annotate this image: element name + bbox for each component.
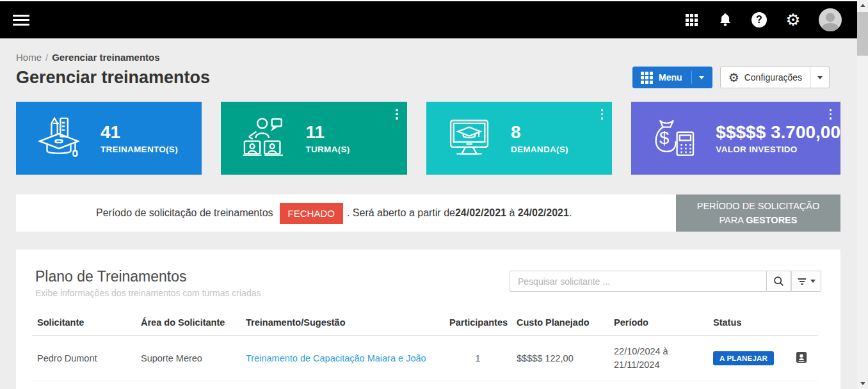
col-header-actions [785,311,818,336]
col-header-treinamento: Treinamento/Sugestão [241,311,444,336]
card-valor-kebab-icon[interactable] [828,107,833,121]
chevron-down-icon [817,76,823,79]
chevron-down-icon [810,280,816,283]
filter-button[interactable] [791,271,821,292]
apps-grid-icon[interactable] [683,12,700,28]
menu-button[interactable]: Menu [632,67,712,88]
col-header-periodo: Período [609,311,708,336]
table-row: 01/10/2024 à [32,381,818,389]
card-demandas: 8 DEMANDA(S) [426,102,612,175]
configuracoes-button-label: Configurações [744,72,802,83]
periodo-line1: 22/10/2024 à [614,345,703,358]
card-demandas-label: DEMANDA(S) [511,145,568,154]
banner-text-before: Período de solicitação de treinamentos [96,207,273,219]
scroll-down-arrow[interactable] [857,378,868,389]
col-header-custo: Custo Planejado [511,311,609,336]
gestores-line2: PARA GESTORES [719,213,798,227]
card-valor-label: VALOR INVESTIDO [716,145,840,154]
graduation-cap-icon [35,115,83,162]
cell-participantes: 1 [444,336,511,381]
gestores-line2-bold: GESTORES [746,215,797,225]
card-demandas-value: 8 [511,122,568,143]
breadcrumb-home-link[interactable]: Home [16,52,42,63]
breadcrumb-separator: / [45,52,48,63]
menu-button-label: Menu [659,72,682,83]
cell-actions [785,336,818,381]
banner-text-end: . [569,207,572,219]
col-header-area: Área do Solicitante [136,311,241,336]
configuracoes-button[interactable]: ⚙ Configurações [720,67,810,88]
col-header-participantes: Participantes [444,311,511,336]
cell-custo: $$$$$ 122,00 [511,336,609,381]
help-icon[interactable]: ? [751,12,768,28]
periodo-line2: 21/11/2024 [614,358,703,372]
card-turmas-value: 11 [305,122,350,143]
periodo-gestores-box[interactable]: PERÍODO DE SOLICITAÇÃO PARA GESTORES [676,194,840,232]
card-turmas-label: TURMA(S) [305,145,350,154]
card-demandas-kebab-icon[interactable] [600,107,605,121]
status-badge-fechado: FECHADO [280,203,343,224]
table-header-row: Solicitante Área do Solicitante Treiname… [32,311,818,336]
search-icon [773,276,784,287]
cell-periodo: 01/10/2024 à [609,381,708,389]
plano-treinamentos-panel: Plano de Treinamentos Exibe informações … [16,250,840,389]
classroom-icon [240,115,287,162]
gestores-line2-prefix: PARA [719,215,746,225]
vertical-scrollbar[interactable] [857,0,868,389]
banner-date-start: 24/02/2021 [455,207,506,219]
monitor-graduation-icon [446,115,493,162]
config-gear-icon: ⚙ [728,72,739,84]
card-valor-investido: $ $$$$$ 3.700,00 VALOR INVESTIDO [631,102,840,175]
status-badge-a-planejar[interactable]: A PLANEJAR [713,351,774,365]
page-title: Gerenciar treinamentos [16,68,210,88]
configuracoes-dropdown-button[interactable] [810,67,830,88]
money-bag-calculator-icon: $ [650,115,698,162]
cell-status: A PLANEJAR [708,336,785,381]
top-navbar: ? ⚙ [0,1,857,38]
treinamentos-table: Solicitante Área do Solicitante Treiname… [32,311,818,389]
card-treinamentos: 41 TREINAMENTO(S) [16,102,202,175]
cell-periodo: 22/10/2024 à 21/11/2024 [609,336,708,381]
banner-text-between: à [506,207,518,219]
apps-grid-glyph [686,14,698,26]
card-turmas: 11 TURMA(S) [221,102,406,175]
card-treinamentos-value: 41 [100,122,178,143]
menu-caret-icon[interactable] [691,71,704,84]
question-mark-glyph: ? [751,12,767,28]
svg-text:$: $ [659,128,669,148]
col-header-solicitante: Solicitante [32,311,136,336]
breadcrumb-current: Gerenciar treinamentos [52,52,159,63]
search-input[interactable] [510,271,767,292]
bell-glyph [718,12,733,28]
app-root: ? ⚙ Home/Gerenciar treinamentos Gerencia… [0,0,868,389]
table-row: Pedro Dumont Suporte Mereo Treinamento d… [32,336,818,381]
notifications-bell-icon[interactable] [717,12,734,28]
hamburger-menu-icon[interactable] [13,12,29,28]
scrollbar-thumb[interactable] [857,12,868,56]
card-turmas-kebab-icon[interactable] [394,107,399,121]
menu-grid-icon [641,72,653,84]
cell-treinamento: Treinamento de Capacitação Maiara e João [241,336,444,381]
user-avatar[interactable] [819,8,842,31]
treinamento-link[interactable]: Treinamento de Capacitação Maiara e João [246,353,426,363]
card-valor-value: $$$$$ 3.700,00 [716,122,840,143]
cell-area: Suporte Mereo [136,336,241,381]
card-treinamentos-label: TREINAMENTO(S) [100,145,178,154]
banner-text-middle: . Será aberto a partir de [347,207,455,219]
scroll-up-arrow[interactable] [857,0,868,11]
gestores-line1: PERÍODO DE SOLICITAÇÃO [697,199,820,213]
col-header-status: Status [708,311,785,336]
banner-date-end: 24/02/2021 [518,207,569,219]
participant-badge-icon[interactable] [796,351,807,365]
settings-gear-icon[interactable]: ⚙ [785,12,801,28]
gear-glyph: ⚙ [785,12,800,28]
breadcrumb: Home/Gerenciar treinamentos [16,52,857,63]
search-button[interactable] [767,271,791,292]
filter-icon [797,277,807,286]
periodo-banner: Período de solicitação de treinamentos F… [16,194,676,232]
cell-solicitante: Pedro Dumont [32,336,136,381]
